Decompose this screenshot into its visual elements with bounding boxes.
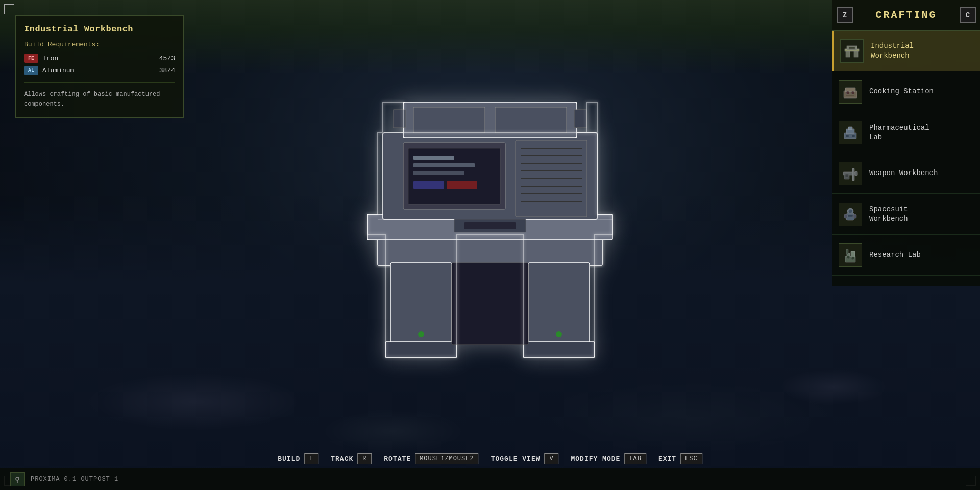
workbench-3d-model	[311, 77, 669, 383]
key-c[interactable]: C	[960, 7, 976, 23]
svg-rect-43	[846, 95, 854, 96]
crafting-label-cooking: Cooking Station	[869, 87, 934, 96]
status-icon	[10, 472, 24, 486]
rotate-label: ROTATE	[384, 455, 411, 463]
workbench-svg	[311, 82, 669, 378]
svg-rect-38	[849, 47, 855, 49]
svg-rect-51	[852, 168, 854, 181]
svg-rect-62	[851, 251, 855, 257]
svg-rect-33	[464, 222, 516, 229]
crafting-label-pharma: PharmaceuticalLab	[869, 123, 929, 141]
item-icon-cooking	[839, 80, 862, 104]
corner-bracket-tl	[4, 4, 14, 14]
crafting-item-cooking-station[interactable]: Cooking Station	[832, 71, 980, 112]
modify-mode-label: MODIFY MODE	[571, 455, 621, 463]
svg-rect-59	[848, 215, 853, 217]
svg-rect-35	[846, 51, 850, 57]
build-label: BUILD	[278, 455, 300, 463]
status-bar: PROXIMA 0.1 OUTPOST 1	[0, 468, 980, 490]
svg-rect-22	[393, 110, 406, 128]
crafting-title: CRAFTING	[857, 9, 955, 21]
hud-action-modify-mode: MODIFY MODE TAB	[571, 453, 646, 464]
svg-point-30	[556, 331, 562, 337]
crafting-label-weapon: Weapon Workbench	[869, 168, 938, 178]
info-panel: Industrial Workbench Build Requirements:…	[15, 15, 184, 118]
svg-rect-28	[452, 263, 528, 345]
hud-action-exit: EXIT ESC	[658, 453, 702, 464]
pharma-icon-svg	[841, 124, 860, 142]
location-icon-svg	[13, 475, 21, 483]
panel-divider	[24, 82, 175, 83]
svg-rect-26	[528, 263, 590, 355]
spacesuit-icon-svg	[841, 205, 860, 224]
research-icon-svg	[841, 246, 860, 264]
svg-rect-57	[844, 214, 847, 218]
resource-tag-fe: FE	[24, 54, 38, 63]
description-text: Allows crafting of basic manufactured co…	[24, 90, 175, 109]
svg-rect-65	[846, 249, 848, 254]
svg-rect-40	[845, 88, 855, 92]
key-z[interactable]: Z	[837, 7, 853, 23]
resource-row-aluminum: AL Aluminum 38/4	[24, 66, 175, 75]
hud-action-toggle-view: TOGGLE VIEW V	[491, 453, 559, 464]
svg-rect-7	[413, 171, 464, 175]
status-location: PROXIMA 0.1 OUTPOST 1	[31, 476, 118, 483]
exit-key[interactable]: ESC	[680, 453, 702, 464]
svg-rect-36	[854, 51, 858, 57]
svg-rect-58	[853, 214, 856, 218]
crafting-header: Z CRAFTING C	[832, 0, 980, 31]
crafting-panel: Z CRAFTING C IndustrialWorkbench	[832, 0, 980, 286]
track-key[interactable]: R	[357, 453, 372, 464]
svg-point-41	[846, 91, 849, 94]
hud-action-build: BUILD E	[278, 453, 318, 464]
svg-rect-27	[523, 342, 595, 357]
resource-row-iron: FE Iron 45/3	[24, 54, 175, 63]
svg-rect-20	[413, 107, 485, 133]
build-key[interactable]: E	[304, 453, 318, 464]
svg-rect-6	[413, 163, 475, 167]
info-panel-title: Industrial Workbench	[24, 24, 175, 34]
bottom-hud: BUILD E TRACK R ROTATE MOUSE1/MOUSE2 TOG…	[278, 453, 702, 464]
crafting-item-weapon-workbench[interactable]: Weapon Workbench	[832, 153, 980, 194]
svg-rect-47	[846, 135, 849, 137]
hud-action-rotate: ROTATE MOUSE1/MOUSE2	[384, 453, 478, 464]
svg-rect-53	[845, 174, 848, 177]
resource-count-aluminum: 38/4	[159, 67, 175, 75]
modify-mode-key[interactable]: TAB	[624, 453, 646, 464]
svg-rect-24	[390, 263, 452, 355]
crafting-item-spacesuit-workbench[interactable]: SpacesuitWorkbench	[832, 194, 980, 235]
exit-label: EXIT	[658, 455, 676, 463]
item-icon-pharma	[839, 121, 862, 144]
toggle-view-key[interactable]: V	[545, 453, 559, 464]
svg-point-66	[16, 477, 19, 480]
item-icon-weapon	[839, 162, 862, 185]
crafting-item-industrial-workbench[interactable]: IndustrialWorkbench	[832, 31, 980, 71]
hud-action-track: TRACK R	[331, 453, 372, 464]
svg-point-55	[848, 209, 852, 213]
track-label: TRACK	[331, 455, 353, 463]
item-icon-research	[839, 243, 862, 267]
resource-name-aluminum: Aluminum	[42, 67, 155, 75]
rotate-key[interactable]: MOUSE1/MOUSE2	[415, 453, 479, 464]
svg-rect-25	[385, 342, 457, 357]
build-requirements-label: Build Requirements:	[24, 41, 175, 48]
resource-count-iron: 45/3	[159, 55, 175, 62]
svg-point-42	[851, 91, 854, 94]
cooking-icon-svg	[841, 83, 860, 101]
crafting-item-pharmaceutical-lab[interactable]: PharmaceuticalLab	[832, 112, 980, 153]
crafting-label-industrial: IndustrialWorkbench	[871, 41, 914, 60]
crafting-label-research: Research Lab	[869, 250, 921, 259]
item-icon-industrial	[840, 39, 864, 63]
svg-point-63	[847, 256, 850, 259]
svg-rect-9	[447, 181, 477, 189]
resource-tag-al: AL	[24, 66, 38, 75]
crafting-item-research-lab[interactable]: Research Lab	[832, 235, 980, 276]
industrial-icon-svg	[843, 42, 861, 60]
svg-point-29	[418, 331, 424, 337]
item-icon-spacesuit	[839, 203, 862, 226]
svg-rect-52	[855, 172, 857, 176]
svg-rect-21	[495, 107, 567, 133]
toggle-view-label: TOGGLE VIEW	[491, 455, 541, 463]
svg-rect-48	[852, 135, 855, 137]
weapon-icon-svg	[841, 164, 860, 183]
